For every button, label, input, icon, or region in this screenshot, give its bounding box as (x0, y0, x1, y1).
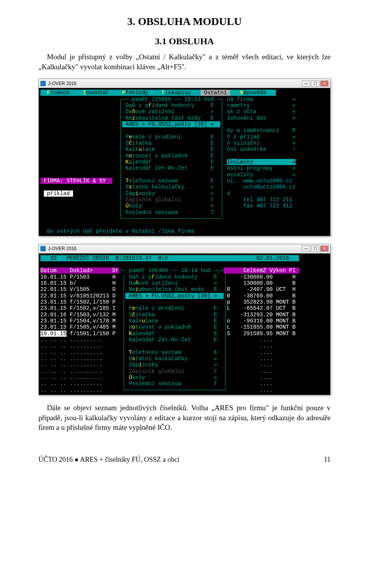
footer-left: ÚČTO 2016 ● ARES + číselníky FÚ, OSSZ a … (38, 456, 180, 464)
page-footer: ÚČTO 2016 ● ARES + číselníky FÚ, OSSZ a … (38, 456, 331, 464)
close-icon[interactable]: ✕ (320, 80, 329, 87)
screenshot-2: J-OVER 2016 — ☐ ✕ 32 PENĚŽNÍ DENÍK B:291… (38, 244, 331, 395)
close-icon[interactable]: ✕ (320, 246, 329, 252)
page-title: 3. OBSLUHA MODULU (38, 15, 331, 28)
maximize-icon[interactable]: ☐ (311, 246, 319, 252)
window-title: J-OVER 2016 (48, 246, 76, 251)
intro-paragraph: Modul je přístupný z volby „Ostatní / Ka… (38, 52, 331, 72)
app-icon (40, 81, 46, 86)
below-paragraph: Dále se objeví seznam jednotlivých čísel… (38, 403, 331, 433)
app-icon (40, 246, 46, 251)
section-title: 3.1 OBSLUHA (38, 36, 331, 47)
minimize-icon[interactable]: — (302, 80, 310, 87)
window-title: J-OVER 2016 (48, 81, 76, 86)
page-number: 11 (324, 456, 331, 464)
minimize-icon[interactable]: — (302, 246, 310, 252)
screenshot-1: J-OVER 2016 — ☐ ✕ Finance Inventář Přehl… (38, 79, 331, 236)
maximize-icon[interactable]: ☐ (311, 80, 319, 87)
